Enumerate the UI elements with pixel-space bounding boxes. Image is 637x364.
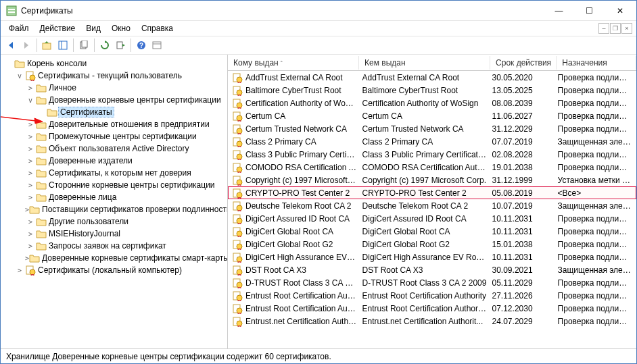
folder-icon bbox=[36, 180, 47, 190]
list-body[interactable]: AddTrust External CA RootAddTrust Extern… bbox=[228, 71, 636, 348]
menu-window[interactable]: Окно bbox=[106, 22, 136, 34]
minimize-button[interactable]: — bbox=[544, 1, 574, 20]
table-row[interactable]: AddTrust External CA RootAddTrust Extern… bbox=[228, 71, 636, 84]
tree-item[interactable]: >Доверительные отношения в предприятии bbox=[1, 118, 227, 130]
expand-toggle[interactable]: > bbox=[14, 267, 25, 274]
tree-item[interactable]: Корень консоли bbox=[1, 57, 227, 70]
cell-issued-to: AddTrust External CA Root bbox=[245, 73, 362, 82]
table-row[interactable]: Class 2 Primary CAClass 2 Primary CA07.0… bbox=[228, 135, 636, 148]
tree-item[interactable]: >Сертификаты, к которым нет доверия bbox=[1, 167, 227, 179]
table-row[interactable]: CRYPTO-PRO Test Center 2CRYPTO-PRO Test … bbox=[228, 186, 636, 199]
table-row[interactable]: DigiCert High Assurance EV Ro...DigiCert… bbox=[228, 251, 636, 263]
expand-toggle[interactable]: > bbox=[25, 182, 36, 189]
menu-file[interactable]: Файл bbox=[3, 22, 34, 34]
export-button[interactable] bbox=[113, 38, 128, 53]
table-row[interactable]: DigiCert Assured ID Root CADigiCert Assu… bbox=[228, 212, 636, 225]
folder-icon bbox=[29, 204, 40, 215]
mdi-controls: – ❐ × bbox=[598, 23, 634, 34]
expand-toggle[interactable]: > bbox=[25, 84, 36, 92]
expand-toggle[interactable]: > bbox=[25, 157, 36, 165]
properties-button[interactable] bbox=[149, 38, 164, 53]
cell-purpose: Проверка подлинности bbox=[558, 304, 636, 313]
expand-toggle[interactable]: > bbox=[25, 230, 36, 238]
tree-item[interactable]: >Поставщики сертификатов проверки подлин… bbox=[1, 203, 227, 215]
forward-button[interactable] bbox=[19, 38, 34, 53]
show-tree-button[interactable] bbox=[55, 38, 70, 53]
table-row[interactable]: Entrust Root Certification Auth...Entrus… bbox=[228, 289, 636, 302]
column-header[interactable]: Срок действия bbox=[490, 56, 557, 70]
expand-toggle[interactable]: > bbox=[25, 121, 36, 128]
help-button[interactable]: ? bbox=[134, 38, 149, 53]
folder-icon bbox=[36, 216, 47, 227]
tree-view[interactable]: Корень консолиvСертификаты - текущий пол… bbox=[1, 55, 228, 348]
tree-item[interactable]: >Объект пользователя Active Directory bbox=[1, 142, 227, 155]
tree-item[interactable]: >Доверенные лица bbox=[1, 191, 227, 203]
svg-point-41 bbox=[237, 180, 242, 185]
tree-item-label: Сертификаты, к которым нет доверия bbox=[49, 168, 191, 178]
table-row[interactable]: Certum Trusted Network CACertum Trusted … bbox=[228, 122, 636, 135]
tree-item[interactable]: >Доверенные корневые сертификаты смарт-к… bbox=[1, 252, 227, 264]
table-row[interactable]: Certification Authority of WoSignCertifi… bbox=[228, 97, 636, 109]
certificate-icon bbox=[232, 265, 243, 276]
svg-point-37 bbox=[237, 154, 242, 159]
tree-item[interactable]: vСертификаты - текущий пользователь bbox=[1, 70, 227, 82]
svg-point-25 bbox=[237, 77, 242, 82]
tree-item[interactable]: >Сертификаты (локальный компьютер) bbox=[1, 264, 227, 276]
expand-toggle[interactable]: v bbox=[14, 72, 25, 80]
tree-item[interactable]: >Личное bbox=[1, 82, 227, 94]
mdi-restore[interactable]: ❐ bbox=[610, 23, 621, 34]
tree-item[interactable]: vДоверенные корневые центры сертификации bbox=[1, 94, 227, 106]
tree-item[interactable]: >Другие пользователи bbox=[1, 215, 227, 228]
column-header[interactable]: Кем выдан bbox=[359, 56, 490, 70]
mdi-close[interactable]: × bbox=[621, 23, 632, 34]
table-row[interactable]: COMODO RSA Certification Au...COMODO RSA… bbox=[228, 161, 636, 174]
table-row[interactable]: D-TRUST Root Class 3 CA 2 2009D-TRUST Ro… bbox=[228, 276, 636, 289]
cell-issued-to: Baltimore CyberTrust Root bbox=[245, 86, 362, 95]
menu-action[interactable]: Действие bbox=[34, 22, 81, 34]
table-row[interactable]: DigiCert Global Root CADigiCert Global R… bbox=[228, 225, 636, 238]
expand-toggle[interactable]: > bbox=[25, 170, 36, 177]
tree-item[interactable]: >Доверенные издатели bbox=[1, 155, 227, 167]
tree-item[interactable]: >MSIEHistoryJournal bbox=[1, 228, 227, 240]
menu-view[interactable]: Вид bbox=[80, 22, 106, 34]
refresh-button[interactable] bbox=[97, 38, 112, 53]
column-header[interactable]: Кому выдан bbox=[228, 56, 359, 70]
menubar: Файл Действие Вид Окно Справка – ❐ × bbox=[1, 21, 636, 36]
expand-toggle[interactable]: > bbox=[25, 218, 36, 226]
back-button[interactable] bbox=[3, 38, 18, 53]
tree-item[interactable]: >Промежуточные центры сертификации bbox=[1, 130, 227, 142]
mdi-minimize[interactable]: – bbox=[598, 23, 609, 34]
menu-help[interactable]: Справка bbox=[136, 22, 179, 34]
expand-toggle[interactable]: > bbox=[25, 145, 36, 153]
maximize-button[interactable]: ☐ bbox=[574, 1, 605, 20]
cell-issued-to: Class 3 Public Primary Certificat... bbox=[245, 150, 362, 159]
cell-purpose: Проверка подлинности bbox=[558, 240, 636, 249]
tree-item[interactable]: Сертификаты bbox=[1, 106, 227, 118]
expand-toggle[interactable]: > bbox=[25, 242, 36, 250]
table-row[interactable]: Deutsche Telekom Root CA 2Deutsche Telek… bbox=[228, 199, 636, 212]
table-row[interactable]: Certum CACertum CA11.06.2027Проверка под… bbox=[228, 109, 636, 122]
certificate-icon bbox=[232, 124, 243, 134]
table-row[interactable]: Entrust.net Certification Author...Entru… bbox=[228, 315, 636, 328]
folder-icon bbox=[47, 107, 57, 118]
table-row[interactable]: DigiCert Global Root G2DigiCert Global R… bbox=[228, 238, 636, 251]
cell-expiry: 27.11.2026 bbox=[492, 291, 558, 301]
svg-point-47 bbox=[237, 218, 242, 224]
column-header[interactable]: Назначения bbox=[557, 56, 636, 70]
copy-button[interactable] bbox=[76, 38, 91, 53]
cell-expiry: 05.08.2019 bbox=[492, 188, 558, 198]
tree-item[interactable]: >Запросы заявок на сертификат bbox=[1, 240, 227, 252]
expand-toggle[interactable]: v bbox=[25, 97, 36, 104]
table-row[interactable]: Copyright (c) 1997 Microsoft C...Copyrig… bbox=[228, 174, 636, 186]
expand-toggle[interactable]: > bbox=[25, 194, 36, 201]
table-row[interactable]: Class 3 Public Primary Certificat...Clas… bbox=[228, 148, 636, 161]
cell-expiry: 31.12.1999 bbox=[492, 176, 558, 185]
expand-toggle[interactable]: > bbox=[25, 133, 36, 140]
tree-item[interactable]: >Сторонние корневые центры сертификации bbox=[1, 179, 227, 191]
table-row[interactable]: DST Root CA X3DST Root CA X330.09.2021За… bbox=[228, 263, 636, 276]
table-row[interactable]: Baltimore CyberTrust RootBaltimore Cyber… bbox=[228, 84, 636, 97]
close-button[interactable]: ✕ bbox=[605, 1, 635, 20]
table-row[interactable]: Entrust Root Certification Auth...Entrus… bbox=[228, 302, 636, 315]
up-folder-button[interactable] bbox=[40, 38, 55, 53]
svg-point-43 bbox=[237, 192, 242, 198]
